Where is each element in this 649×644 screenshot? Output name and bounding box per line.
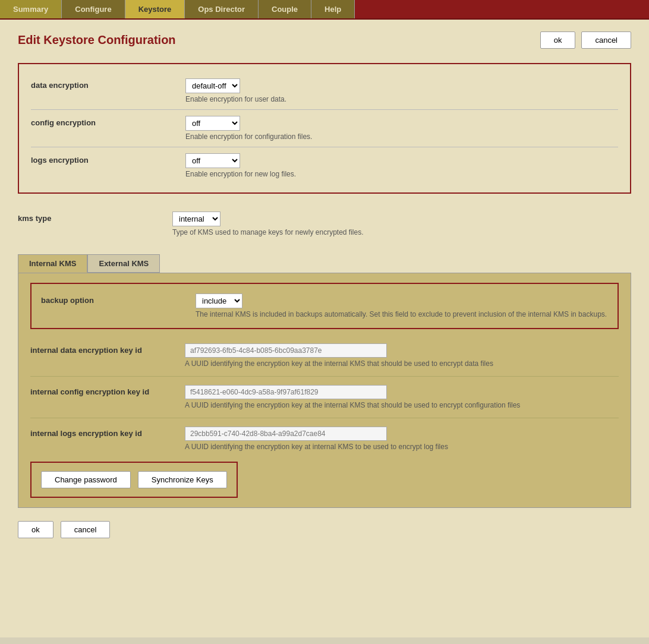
data-key-help: A UUID identifying the encryption key at…: [185, 359, 619, 368]
tab-couple[interactable]: Couple: [259, 0, 311, 18]
data-encryption-row: data encryption default-off on off Enabl…: [31, 72, 618, 109]
config-key-label: internal config encryption key id: [30, 385, 185, 396]
tab-internal-kms[interactable]: Internal KMS: [18, 254, 87, 273]
config-encryption-label: config encryption: [31, 116, 185, 127]
config-encryption-control: off on default-off Enable encryption for…: [185, 116, 618, 141]
footer-ok-button[interactable]: ok: [18, 521, 53, 538]
kms-type-control: internal external Type of KMS used to ma…: [172, 211, 631, 236]
backup-option-section: backup option include exclude The intern…: [30, 283, 619, 329]
internal-kms-panel: backup option include exclude The intern…: [18, 273, 631, 508]
header-buttons: ok cancel: [540, 31, 631, 49]
kms-type-help: Type of KMS used to manage keys for newl…: [172, 228, 631, 236]
data-encryption-help: Enable encryption for user data.: [185, 95, 618, 103]
kms-type-row: kms type internal external Type of KMS u…: [18, 204, 631, 244]
header-row: Edit Keystore Configuration ok cancel: [18, 31, 631, 49]
logs-encryption-label: logs encryption: [31, 153, 185, 165]
footer-cancel-button[interactable]: cancel: [61, 521, 111, 538]
synchronize-keys-button[interactable]: Synchronize Keys: [138, 471, 227, 488]
encryption-section: data encryption default-off on off Enabl…: [18, 63, 631, 194]
tab-ops-director[interactable]: Ops Director: [185, 0, 259, 18]
config-encryption-row: config encryption off on default-off Ena…: [31, 110, 618, 147]
backup-option-help: The internal KMS is included in backups …: [196, 310, 608, 318]
data-key-label: internal data encryption key id: [30, 343, 185, 355]
page-title: Edit Keystore Configuration: [18, 33, 176, 47]
logs-key-label: internal logs encryption key id: [30, 427, 185, 438]
logs-encryption-select[interactable]: off on default-off: [185, 153, 240, 168]
logs-key-input[interactable]: [185, 427, 387, 441]
logs-key-row: internal logs encryption key id A UUID i…: [30, 421, 619, 457]
logs-encryption-control: off on default-off Enable encryption for…: [185, 153, 618, 178]
data-key-input[interactable]: [185, 343, 387, 358]
backup-option-control: include exclude The internal KMS is incl…: [196, 293, 608, 318]
tab-external-kms[interactable]: External KMS: [87, 254, 160, 273]
header-ok-button[interactable]: ok: [540, 31, 576, 49]
logs-key-control: A UUID identifying the encryption key at…: [185, 427, 619, 451]
tab-configure[interactable]: Configure: [62, 0, 125, 18]
logs-encryption-help: Enable encryption for new log files.: [185, 170, 618, 178]
tab-help[interactable]: Help: [311, 0, 355, 18]
data-encryption-select[interactable]: default-off on off: [185, 78, 240, 93]
data-encryption-control: default-off on off Enable encryption for…: [185, 78, 618, 103]
config-key-input[interactable]: [185, 385, 387, 399]
logs-key-help: A UUID identifying the encryption key at…: [185, 443, 619, 451]
kms-type-label: kms type: [18, 211, 172, 223]
config-encryption-help: Enable encryption for configuration file…: [185, 132, 618, 141]
tab-summary[interactable]: Summary: [0, 0, 62, 18]
config-key-row: internal config encryption key id A UUID…: [30, 379, 619, 415]
backup-option-row: backup option include exclude The intern…: [41, 291, 608, 321]
config-key-control: A UUID identifying the encryption key at…: [185, 385, 619, 409]
data-encryption-label: data encryption: [31, 78, 185, 90]
tab-keystore[interactable]: Keystore: [125, 0, 185, 18]
data-key-control: A UUID identifying the encryption key at…: [185, 343, 619, 368]
config-key-help: A UUID identifying the encryption key at…: [185, 401, 619, 409]
bottom-action-box: Change password Synchronize Keys: [30, 462, 238, 498]
nav-tabs: Summary Configure Keystore Ops Director …: [0, 0, 649, 20]
config-encryption-select[interactable]: off on default-off: [185, 116, 240, 131]
main-content: Edit Keystore Configuration ok cancel da…: [0, 20, 649, 637]
kms-tabs: Internal KMS External KMS: [18, 254, 631, 273]
backup-option-label: backup option: [41, 293, 196, 305]
logs-encryption-row: logs encryption off on default-off Enabl…: [31, 147, 618, 184]
data-key-row: internal data encryption key id A UUID i…: [30, 337, 619, 374]
kms-type-select[interactable]: internal external: [172, 211, 220, 226]
header-cancel-button[interactable]: cancel: [581, 31, 631, 49]
change-password-button[interactable]: Change password: [41, 471, 131, 488]
footer-buttons: ok cancel: [18, 521, 631, 538]
backup-option-select[interactable]: include exclude: [196, 293, 242, 308]
